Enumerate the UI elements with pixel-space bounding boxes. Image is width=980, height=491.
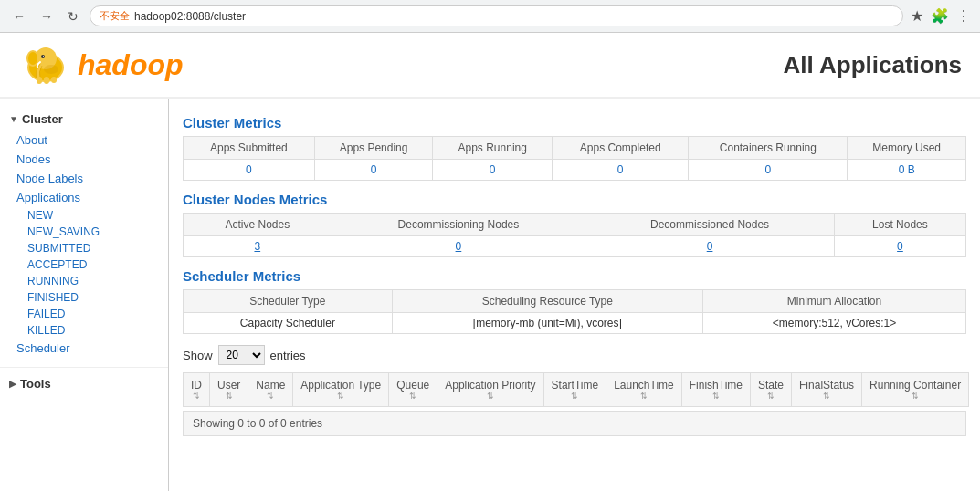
col-id-sort-icon: ⇅ <box>191 392 202 401</box>
svg-rect-10 <box>51 77 57 83</box>
sidebar-item-new-saving[interactable]: NEW_SAVING <box>0 224 168 240</box>
col-user-label: User <box>217 379 240 392</box>
sidebar-item-node-labels[interactable]: Node Labels <box>0 169 168 188</box>
cluster-arrow-icon: ▼ <box>9 114 18 124</box>
col-running-container-sort-icon: ⇅ <box>869 392 961 401</box>
col-start-time-label: StartTime <box>552 379 599 392</box>
scheduler-metrics-table: Scheduler Type Scheduling Resource Type … <box>183 289 966 334</box>
hadoop-logo: hadoop <box>18 42 184 88</box>
entries-select[interactable]: 10 20 25 50 100 <box>218 345 265 365</box>
col-scheduler-type: Scheduler Type <box>184 290 393 313</box>
col-launch-time-label: LaunchTime <box>614 379 674 392</box>
col-queue-label: Queue <box>396 379 429 392</box>
col-final-status-label: FinalStatus <box>799 379 854 392</box>
tools-label: Tools <box>20 377 51 391</box>
col-apps-pending: Apps Pending <box>314 137 433 160</box>
menu-icon[interactable]: ⋮ <box>956 7 971 25</box>
sidebar-item-submitted[interactable]: SUBMITTED <box>0 240 168 256</box>
col-active-nodes: Active Nodes <box>184 214 332 236</box>
cluster-metrics-table: Apps Submitted Apps Pending Apps Running… <box>183 136 966 181</box>
col-running-container-label: Running Container <box>869 379 961 392</box>
cluster-label: Cluster <box>22 112 63 126</box>
val-memory-used: 0 B <box>848 160 966 181</box>
val-decommissioning-nodes: 0 <box>332 236 585 257</box>
col-decommissioning-nodes: Decommissioning Nodes <box>332 214 585 236</box>
val-active-nodes: 3 <box>184 236 332 257</box>
app-wrapper: hadoop All Applications ▼ Cluster About … <box>0 33 980 491</box>
col-queue-sort-icon: ⇅ <box>396 392 429 401</box>
col-app-priority-sort-icon: ⇅ <box>445 392 535 401</box>
sidebar-item-about[interactable]: About <box>0 131 168 150</box>
bookmark-icon[interactable]: ★ <box>911 7 923 25</box>
col-running-container[interactable]: Running Container ⇅ <box>862 373 969 407</box>
address-bar[interactable]: 不安全 hadoop02:8088/cluster <box>90 5 903 26</box>
elephant-icon <box>18 42 73 88</box>
col-decommissioned-nodes: Decommissioned Nodes <box>585 214 835 236</box>
val-apps-completed: 0 <box>553 160 689 181</box>
forward-button[interactable]: → <box>37 7 57 26</box>
svg-point-7 <box>44 65 58 74</box>
sidebar: ▼ Cluster About Nodes Node Labels Applic… <box>0 99 169 491</box>
col-user[interactable]: User ⇅ <box>210 373 248 407</box>
col-state-label: State <box>758 379 784 392</box>
sidebar-item-accepted[interactable]: ACCEPTED <box>0 256 168 273</box>
table-footer: Showing 0 to 0 of 0 entries <box>183 411 966 436</box>
tools-section: ▶ Tools <box>0 367 168 395</box>
col-state[interactable]: State ⇅ <box>751 373 792 407</box>
col-app-type-sort-icon: ⇅ <box>300 392 381 401</box>
sidebar-item-applications[interactable]: Applications <box>0 188 168 207</box>
val-apps-submitted: 0 <box>184 160 315 181</box>
col-apps-running: Apps Running <box>433 137 553 160</box>
svg-point-6 <box>43 56 44 57</box>
val-scheduler-type: Capacity Scheduler <box>184 313 393 334</box>
sidebar-item-failed[interactable]: FAILED <box>0 306 168 322</box>
val-containers-running: 0 <box>689 160 848 181</box>
col-name[interactable]: Name ⇅ <box>248 373 293 407</box>
col-final-status[interactable]: FinalStatus ⇅ <box>792 373 862 407</box>
col-finish-time[interactable]: FinishTime ⇅ <box>681 373 750 407</box>
extension-icon[interactable]: 🧩 <box>931 7 949 25</box>
refresh-button[interactable]: ↻ <box>64 7 82 26</box>
cluster-nodes-title: Cluster Nodes Metrics <box>183 192 966 207</box>
cluster-section: ▼ Cluster About Nodes Node Labels Applic… <box>0 108 168 358</box>
col-memory-used: Memory Used <box>848 137 966 160</box>
col-final-status-sort-icon: ⇅ <box>799 392 854 401</box>
show-label: Show <box>183 349 213 362</box>
sidebar-item-scheduler[interactable]: Scheduler <box>0 339 168 358</box>
col-state-sort-icon: ⇅ <box>758 392 784 401</box>
sidebar-item-new[interactable]: NEW <box>0 207 168 224</box>
col-id[interactable]: ID ⇅ <box>184 373 210 407</box>
val-lost-nodes: 0 <box>834 236 965 257</box>
browser-actions: ★ 🧩 ⋮ <box>911 7 971 25</box>
sidebar-item-nodes[interactable]: Nodes <box>0 150 168 169</box>
sidebar-item-running[interactable]: RUNNING <box>0 273 168 289</box>
back-button[interactable]: ← <box>9 7 29 26</box>
col-launch-time-sort-icon: ⇅ <box>614 392 674 401</box>
content-area: ▼ Cluster About Nodes Node Labels Applic… <box>0 99 980 491</box>
svg-point-4 <box>28 52 37 65</box>
security-warning: 不安全 <box>100 9 130 23</box>
col-application-priority[interactable]: Application Priority ⇅ <box>437 373 543 407</box>
col-launch-time[interactable]: LaunchTime ⇅ <box>606 373 682 407</box>
col-application-type[interactable]: Application Type ⇅ <box>293 373 389 407</box>
showing-text: Showing 0 to 0 of 0 entries <box>193 417 322 430</box>
col-finish-time-label: FinishTime <box>690 379 743 392</box>
browser-chrome: ← → ↻ 不安全 hadoop02:8088/cluster ★ 🧩 ⋮ <box>0 0 980 33</box>
url-text: hadoop02:8088/cluster <box>134 10 246 23</box>
logo-text: hadoop <box>78 48 184 82</box>
main-content: Cluster Metrics Apps Submitted Apps Pend… <box>169 99 980 491</box>
cluster-nodes-table: Active Nodes Decommissioning Nodes Decom… <box>183 213 966 257</box>
svg-rect-8 <box>37 77 42 84</box>
sidebar-item-finished[interactable]: FINISHED <box>0 289 168 306</box>
col-apps-submitted: Apps Submitted <box>184 137 315 160</box>
sidebar-item-killed[interactable]: KILLED <box>0 322 168 339</box>
col-application-type-label: Application Type <box>300 379 381 392</box>
tools-header[interactable]: ▶ Tools <box>0 372 168 395</box>
val-apps-pending: 0 <box>314 160 433 181</box>
col-apps-completed: Apps Completed <box>553 137 689 160</box>
col-start-time[interactable]: StartTime ⇅ <box>543 373 606 407</box>
col-finish-time-sort-icon: ⇅ <box>690 392 743 401</box>
col-scheduling-resource-type: Scheduling Resource Type <box>392 290 702 313</box>
col-queue[interactable]: Queue ⇅ <box>389 373 437 407</box>
cluster-header[interactable]: ▼ Cluster <box>0 108 168 131</box>
